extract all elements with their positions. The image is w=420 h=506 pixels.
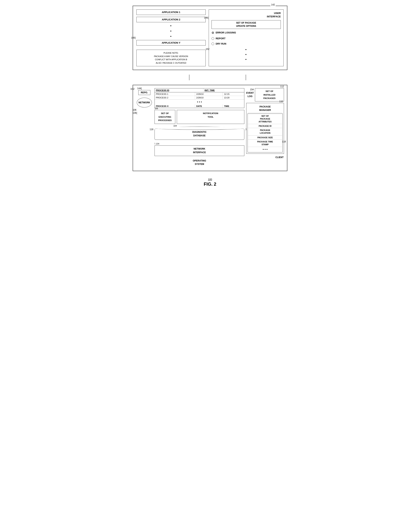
- event-log-label: EVENT LOG: [246, 91, 254, 98]
- operating-system-label: OPERATING SYSTEM: [193, 160, 206, 166]
- rowx-pid: PROCESS X: [155, 104, 195, 108]
- connector-area: [133, 75, 287, 80]
- error-logging-item: ⚙ ERROR LOGGING: [212, 30, 281, 35]
- note-text: PLEASE NOTE: PACKAGE A MAY CAUSE VERSION…: [154, 52, 188, 64]
- app1-label: APPLICATION 1: [162, 11, 180, 13]
- client-label: CLIENT: [246, 155, 284, 159]
- process-row-1: PROCESS 1 2/28/10 12:15: [155, 92, 244, 96]
- diagram-142-inner: 160{ APPLICATION 1 APPLICATION 2 • • • A…: [136, 9, 284, 66]
- row1-pid: PROCESS 1: [155, 92, 195, 96]
- right-dots2: •: [212, 53, 281, 56]
- appy-label: APPLICATION Y: [162, 41, 180, 44]
- page-wrapper: 142 160{ APPLICATION 1 APPLICATION 2 • •…: [133, 6, 287, 187]
- right-dots: •: [212, 48, 281, 51]
- pkg-attr-timestamp: PACKAGE TIME STAMP: [248, 140, 282, 147]
- notification-tool-box: NOTIFICATION TOOL: [177, 110, 244, 124]
- package-manager-outer: 110 PACKAGE MANAGER SET OF PACKAGE ATTRI…: [246, 103, 284, 154]
- diagram-142: 142 160{ APPLICATION 1 APPLICATION 2 • •…: [133, 6, 287, 70]
- network-wrapper: 106 136{ NETWORK: [137, 98, 152, 107]
- ref-142: 142: [270, 3, 276, 6]
- event-installed-row: 154 EVENT LOG 112 SET OF INSTALLED PACKA…: [246, 88, 284, 101]
- note-box: PLEASE NOTE: PACKAGE A MAY CAUSE VERSION…: [136, 50, 206, 66]
- diagram-102-layout: 144{ REPO. 106 136{ NETWORK: [136, 88, 284, 167]
- ref-154: 154: [250, 88, 254, 91]
- app-col: 160{ APPLICATION 1 APPLICATION 2 • • • A…: [136, 9, 206, 66]
- diagnostic-wrapper: 116 114 DIAGNOSTIC DATABASE: [155, 126, 244, 140]
- app2-box: APPLICATION 2: [136, 17, 206, 22]
- network-interface-wrapper: \ 134 NETWORK INTERFACE: [155, 142, 244, 156]
- ref-110: 110: [279, 100, 283, 103]
- diagram-102: 102 144{ REPO. 106 136{ NETWORK: [133, 85, 287, 171]
- process-table: PROCESS ID INIT. TIME PROCESS 1 2/28/10 …: [155, 88, 244, 108]
- ref-106b: 106: [155, 107, 158, 110]
- right-dots3: •: [212, 58, 281, 61]
- report-label: REPORT: [216, 37, 226, 40]
- repo-label: REPO.: [141, 91, 148, 94]
- ref-160: 160{: [131, 36, 136, 39]
- pkg-manager-title: PACKAGE MANAGER: [247, 104, 283, 113]
- row2-date: 2/28/10: [195, 96, 223, 99]
- app1-box: APPLICATION 1: [136, 9, 206, 15]
- right-col: 154 EVENT LOG 112 SET OF INSTALLED PACKA…: [246, 88, 284, 167]
- table-dots: • • •: [155, 100, 244, 104]
- figure-area: 100 FIG. 2: [204, 178, 216, 187]
- operating-system: OPERATING SYSTEM: [155, 158, 244, 167]
- center-col: PROCESS ID INIT. TIME PROCESS 1 2/28/10 …: [155, 88, 244, 167]
- ui-col: 146{ USER INTERFACE SET OF PACKAGE UPDAT…: [209, 9, 284, 66]
- report-item: REPORT: [212, 37, 281, 40]
- ref-112: 112: [280, 85, 284, 88]
- row1-time: 12:15: [223, 92, 244, 96]
- ref-106-left: 106: [133, 109, 136, 111]
- left-entities: 144{ REPO. 106 136{ NETWORK: [136, 88, 153, 167]
- process-row-x: PROCESS X DATE TIME: [155, 104, 244, 108]
- set-executing-box: SET OF EXECUTING PROCESSES: [155, 110, 175, 124]
- set-executing-label: SET OF EXECUTING PROCESSES: [158, 112, 172, 121]
- connector-svg: [133, 75, 287, 80]
- diagnostic-db: DIAGNOSTIC DATABASE: [155, 126, 244, 140]
- pkg-attr-title: SET OF PACKAGE ATTRIBUTES: [248, 114, 282, 124]
- installed-pkg-box: SET OF INSTALLED PACKAGES: [255, 88, 284, 101]
- rowx-date: DATE: [195, 104, 223, 108]
- ref-134: \ 134: [155, 142, 244, 145]
- set-executing-wrapper: 106 104 SET OF EXECUTING PROCESSES: [155, 110, 175, 124]
- error-logging-label: ERROR LOGGING: [216, 31, 236, 34]
- dry-run-label: DRY RUN: [216, 42, 226, 45]
- report-radio: [212, 37, 214, 40]
- pkg-attr-pkg-id: PACKAGE ID: [248, 124, 282, 128]
- row1-date: 2/28/10: [195, 92, 223, 96]
- executing-notif-row: 106 104 SET OF EXECUTING PROCESSES NOTIF…: [155, 110, 244, 124]
- network-interface-box: NETWORK INTERFACE: [155, 146, 244, 156]
- event-log-col: 154 EVENT LOG: [246, 88, 254, 98]
- pkg-attributes-section: SET OF PACKAGE ATTRIBUTES PACKAGE ID PAC…: [247, 113, 283, 153]
- pkg-attr-timestamp-wrapper: 118 PACKAGE TIME STAMP: [248, 140, 282, 147]
- pkg-attr-location: PACKAGE LOCATION: [248, 128, 282, 136]
- error-logging-icon: ⚙: [212, 31, 214, 34]
- pkg-update-title: SET OF PACKAGE UPDATE OPTIONS: [212, 20, 281, 29]
- network-interface-label: NETWORK INTERFACE: [193, 147, 206, 154]
- header-inittime: INIT. TIME: [203, 88, 244, 92]
- dry-run-radio: [212, 42, 214, 45]
- ref-146: 146{: [204, 16, 208, 19]
- pkg-attr-size: PACKAGE SIZE: [248, 136, 282, 140]
- notification-tool-label: NOTIFICATION TOOL: [203, 112, 218, 118]
- appy-box: APPLICATION Y: [136, 40, 206, 46]
- diagnostic-db-label: DIAGNOSTIC DATABASE: [192, 131, 207, 137]
- app-dots3: •: [136, 35, 206, 38]
- row2-time: 13:20: [223, 96, 244, 99]
- pkg-attr-dots: • • •: [248, 147, 282, 152]
- app-dots: •: [136, 24, 206, 27]
- process-table-header: PROCESS ID INIT. TIME: [155, 88, 244, 92]
- rowx-time: TIME: [223, 104, 244, 108]
- app-dots2: •: [136, 29, 206, 33]
- row2-pid: PROCESS 2: [155, 96, 195, 99]
- db-top-ellipse: [155, 127, 244, 130]
- figure-caption: FIG. 2: [204, 181, 216, 187]
- repo-wrapper: 144{ REPO.: [138, 90, 150, 95]
- ref-136: 136{: [133, 112, 137, 114]
- process-row-2: PROCESS 2 2/28/10 13:20: [155, 96, 244, 100]
- figure-ref: 100: [208, 178, 212, 181]
- ui-title: USER INTERFACE: [212, 12, 281, 18]
- app2-label: APPLICATION 2: [162, 18, 180, 21]
- network-label: NETWORK: [138, 101, 150, 104]
- network-oval: NETWORK: [137, 98, 152, 107]
